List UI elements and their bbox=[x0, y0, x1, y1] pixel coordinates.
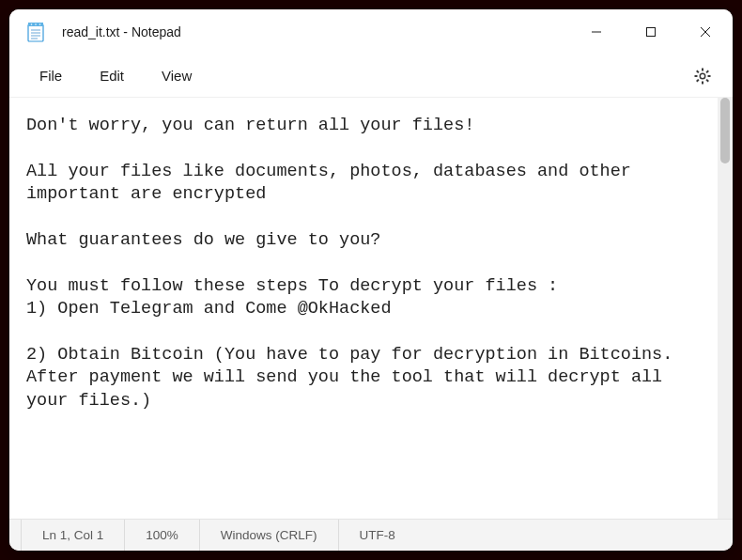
menu-view[interactable]: View bbox=[143, 62, 210, 89]
maximize-button[interactable] bbox=[624, 9, 678, 54]
svg-rect-10 bbox=[647, 28, 656, 37]
scrollbar-thumb[interactable] bbox=[720, 98, 730, 163]
minimize-button[interactable] bbox=[569, 9, 624, 54]
statusbar: Ln 1, Col 1 100% Windows (CRLF) UTF-8 bbox=[9, 519, 733, 551]
minimize-icon bbox=[591, 26, 602, 38]
status-zoom: 100% bbox=[125, 520, 200, 551]
status-line-ending: Windows (CRLF) bbox=[200, 520, 339, 551]
menu-edit[interactable]: Edit bbox=[81, 62, 143, 89]
svg-rect-13 bbox=[702, 68, 703, 70]
status-encoding: UTF-8 bbox=[339, 520, 416, 551]
svg-point-4 bbox=[39, 23, 41, 25]
svg-rect-20 bbox=[696, 78, 700, 82]
window-title: read_it.txt - Notepad bbox=[62, 24, 569, 39]
svg-point-2 bbox=[31, 23, 33, 25]
content-area: Don't worry, you can return all your fil… bbox=[9, 98, 733, 519]
maximize-icon bbox=[645, 26, 657, 38]
notepad-window: read_it.txt - Notepad File Edit bbox=[9, 9, 733, 551]
text-editor[interactable]: Don't worry, you can return all your fil… bbox=[9, 98, 718, 519]
gear-icon bbox=[693, 67, 712, 86]
close-button[interactable] bbox=[678, 9, 733, 54]
svg-rect-19 bbox=[705, 70, 709, 73]
close-icon bbox=[700, 26, 711, 38]
menubar: File Edit View bbox=[9, 54, 733, 98]
svg-rect-18 bbox=[705, 78, 709, 82]
status-cursor-position: Ln 1, Col 1 bbox=[21, 520, 125, 551]
svg-rect-14 bbox=[702, 81, 703, 84]
svg-rect-16 bbox=[708, 75, 711, 77]
window-controls bbox=[569, 9, 733, 54]
notepad-app-icon bbox=[26, 21, 45, 43]
svg-rect-15 bbox=[695, 75, 698, 77]
vertical-scrollbar[interactable] bbox=[718, 98, 733, 519]
titlebar: read_it.txt - Notepad bbox=[9, 9, 733, 54]
svg-rect-17 bbox=[696, 70, 700, 73]
settings-button[interactable] bbox=[684, 57, 721, 95]
svg-point-3 bbox=[35, 23, 37, 25]
menu-file[interactable]: File bbox=[21, 62, 81, 89]
